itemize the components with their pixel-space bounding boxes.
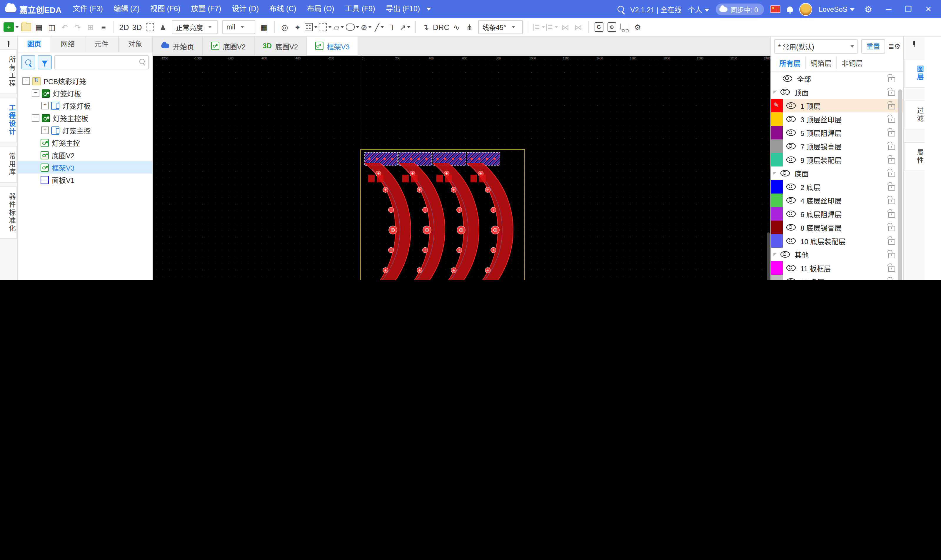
layer-row[interactable]: 底面 <box>771 166 903 180</box>
new-design-icon[interactable]: + <box>3 21 19 34</box>
layer-row[interactable]: 8 底层锡膏层 <box>771 221 903 234</box>
tree-item[interactable]: −PCB炫彩灯笼 <box>18 75 152 87</box>
layer-row[interactable]: 6 底层阻焊层 <box>771 207 903 221</box>
layer-row[interactable]: 3 顶层丝印层 <box>771 112 903 126</box>
tree-item[interactable]: −灯笼灯板 <box>18 87 152 99</box>
tree-search-input[interactable] <box>54 55 149 69</box>
tree-item[interactable]: 框架V3 <box>18 161 152 174</box>
project-tab-网络[interactable]: 网络 <box>51 37 85 52</box>
project-tab-元件[interactable]: 元件 <box>85 37 119 52</box>
lock-open-icon[interactable] <box>888 185 895 190</box>
project-tab-对象[interactable]: 对象 <box>119 37 152 52</box>
visibility-eye-icon[interactable] <box>780 89 790 95</box>
doc-tab-框架V3[interactable]: 框架V3 <box>307 37 358 55</box>
layer-row[interactable]: 4 底层丝印层 <box>771 194 903 207</box>
menu-item[interactable]: 工具 (F9) <box>340 0 381 18</box>
collapse-icon[interactable] <box>773 91 777 94</box>
route-icon[interactable]: ↴ <box>420 21 432 34</box>
canvas-vertical-scrollbar[interactable] <box>767 232 770 280</box>
visibility-eye-icon[interactable] <box>780 170 790 177</box>
menu-item[interactable]: 文件 (F3) <box>67 0 108 18</box>
footprint-icon[interactable] <box>304 21 318 34</box>
tree-expander-icon[interactable]: − <box>32 114 39 122</box>
lock-open-icon[interactable] <box>888 171 895 177</box>
doc-tab-底圈V2[interactable]: 3D底圈V2 <box>254 37 307 55</box>
layer-swatch[interactable] <box>771 126 783 139</box>
visibility-eye-icon[interactable] <box>786 265 796 271</box>
visibility-eye-icon[interactable] <box>786 197 796 203</box>
right-tab-过滤[interactable]: 过滤 <box>904 101 924 129</box>
visibility-eye-icon[interactable] <box>786 278 796 280</box>
tree-item[interactable]: +灯笼灯板 <box>18 99 152 112</box>
settings-icon[interactable]: ⚙ <box>632 21 643 34</box>
sidebar-tab-工程设计[interactable]: 工程设计 <box>0 98 17 142</box>
collapse-icon[interactable] <box>773 253 777 256</box>
layer-preset-select[interactable]: * 常用(默认) <box>774 39 858 54</box>
board-flip-icon[interactable] <box>157 21 169 34</box>
drc-button[interactable]: DRC <box>433 21 449 34</box>
pin-icon[interactable] <box>912 41 916 46</box>
zoom-select-icon[interactable] <box>144 21 156 34</box>
menu-item[interactable]: 导出 (F10) <box>381 0 426 18</box>
tree-expander-icon[interactable]: − <box>22 77 30 85</box>
visibility-eye-icon[interactable] <box>786 238 796 244</box>
tree-expander-icon[interactable]: − <box>32 89 39 97</box>
layer-swatch[interactable] <box>771 275 783 280</box>
fanout-icon[interactable]: ⋔ <box>463 21 475 34</box>
tree-item[interactable]: −灯笼主控板 <box>18 112 152 124</box>
lock-open-icon[interactable] <box>888 226 895 231</box>
layer-row[interactable]: 11 板框层 <box>771 261 903 275</box>
lock-open-icon[interactable] <box>888 253 895 258</box>
lock-open-icon[interactable] <box>888 266 895 271</box>
via-icon[interactable]: ◎ <box>279 21 291 34</box>
sync-status-badge[interactable]: 同步中: 0 <box>716 3 764 15</box>
lock-open-icon[interactable] <box>888 104 895 109</box>
layer-swatch[interactable] <box>771 207 783 221</box>
tree-filter-button[interactable] <box>38 55 52 69</box>
layers-scrollbar[interactable] <box>898 89 902 280</box>
tree-item[interactable]: 底圈V2 <box>18 149 152 161</box>
lock-open-icon[interactable] <box>888 145 895 150</box>
net-icon[interactable]: ∿ <box>451 21 462 34</box>
open-folder-icon[interactable] <box>20 21 32 34</box>
view-2d-button[interactable]: 2D <box>118 21 130 34</box>
visibility-eye-icon[interactable] <box>783 75 792 82</box>
collapse-icon[interactable] <box>773 172 777 175</box>
gerber-export-icon[interactable]: G <box>593 21 604 34</box>
line-mode-select[interactable]: 线条45° <box>478 20 523 34</box>
lock-open-icon[interactable] <box>888 198 895 204</box>
account-menu[interactable]: 个人 <box>688 4 709 14</box>
layer-swatch[interactable] <box>771 221 783 234</box>
sidebar-tab-所有工程[interactable]: 所有工程 <box>0 49 17 94</box>
oval-icon[interactable] <box>346 21 359 34</box>
pin-tool-icon[interactable]: ⌖ <box>292 21 303 34</box>
layer-swatch[interactable] <box>771 153 783 166</box>
layers-tab-铜箔层[interactable]: 铜箔层 <box>806 57 837 69</box>
menu-item[interactable]: 编辑 (Z) <box>108 0 145 18</box>
layer-row[interactable]: 全部 <box>771 72 903 85</box>
tree-expander-icon[interactable]: + <box>41 102 49 109</box>
line-icon[interactable]: ╱ <box>374 21 385 34</box>
visibility-eye-icon[interactable] <box>786 157 796 163</box>
sidebar-tab-器件标准化[interactable]: 器件标准化 <box>0 186 17 239</box>
lock-open-icon[interactable] <box>888 158 895 163</box>
measure-icon[interactable]: ↗ <box>399 21 411 34</box>
layers-tab-所有层[interactable]: 所有层 <box>775 57 806 69</box>
layer-settings-icon[interactable]: ≣⚙ <box>888 42 900 51</box>
tree-expander-icon[interactable]: + <box>41 126 49 134</box>
visibility-eye-icon[interactable] <box>786 211 796 217</box>
text-icon[interactable]: T <box>386 21 398 34</box>
grid-settings-icon[interactable]: ▦ <box>258 21 270 34</box>
project-tab-图页[interactable]: 图页 <box>18 37 51 52</box>
user-avatar[interactable] <box>799 3 812 15</box>
visibility-eye-icon[interactable] <box>786 102 796 109</box>
language-flag-icon[interactable] <box>770 5 780 13</box>
layer-swatch[interactable] <box>771 180 783 194</box>
visibility-eye-icon[interactable] <box>786 224 796 231</box>
lock-open-icon[interactable] <box>888 90 895 95</box>
layer-swatch[interactable] <box>771 234 783 248</box>
pcb-board-drawing[interactable] <box>360 149 526 280</box>
menu-item[interactable]: 视图 (F6) <box>145 0 186 18</box>
lock-open-icon[interactable] <box>888 117 895 123</box>
order-cart-icon[interactable] <box>619 21 630 34</box>
